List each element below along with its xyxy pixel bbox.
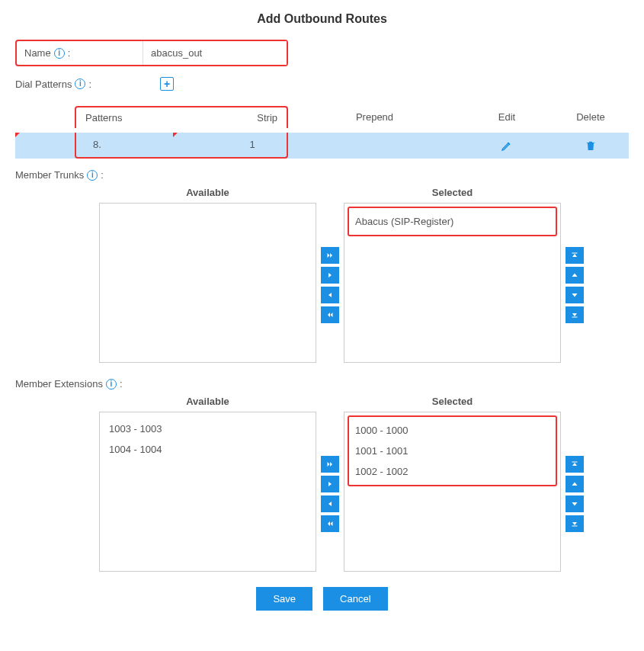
available-title: Available: [99, 187, 316, 198]
member-extensions-label-text: Member Extensions: [15, 378, 103, 390]
move-top-button[interactable]: [566, 456, 584, 473]
dial-patterns-label: Dial Patterns i :: [15, 79, 91, 90]
member-trunks-label: Member Trunks i :: [15, 169, 629, 181]
name-group: Name i :: [15, 40, 288, 66]
move-bottom-button[interactable]: [566, 515, 584, 532]
move-all-right-button[interactable]: [321, 456, 339, 473]
selected-title: Selected: [344, 187, 561, 198]
info-icon[interactable]: i: [106, 379, 117, 390]
list-item[interactable]: 1003 - 1003: [107, 418, 308, 439]
dial-patterns-label-text: Dial Patterns: [15, 79, 72, 90]
edit-icon[interactable]: [501, 133, 513, 159]
member-trunks-duallist: Available Selected Abacus (SIP-Register): [99, 187, 629, 363]
info-icon[interactable]: i: [87, 170, 98, 181]
list-item[interactable]: 1002 - 1002: [354, 461, 551, 482]
cancel-button[interactable]: Cancel: [323, 587, 387, 611]
add-pattern-button[interactable]: +: [160, 77, 174, 91]
move-all-left-button[interactable]: [321, 515, 339, 532]
pattern-cell: 8.: [76, 133, 218, 157]
list-item[interactable]: Abacus (SIP-Register): [354, 211, 551, 232]
extensions-order-controls: [566, 456, 584, 532]
name-row: Name i :: [15, 40, 629, 66]
col-delete: Delete: [553, 111, 629, 123]
move-left-button[interactable]: [321, 495, 339, 512]
trunks-available-box[interactable]: [99, 203, 316, 363]
member-extensions-duallist: Available 1003 - 10031004 - 1004 Selecte…: [99, 396, 629, 572]
member-trunks-label-text: Member Trunks: [15, 169, 84, 181]
extensions-move-controls: [321, 456, 339, 532]
col-patterns: Patterns: [76, 107, 218, 128]
name-label: Name i :: [17, 41, 143, 65]
patterns-header: Patterns Strip Prepend Edit Delete: [15, 101, 629, 133]
col-prepend: Prepend: [288, 111, 461, 123]
dial-patterns-row: Dial Patterns i : +: [15, 77, 629, 91]
list-item[interactable]: 1004 - 1004: [107, 439, 308, 460]
extensions-selected-box[interactable]: 1000 - 10001001 - 10011002 - 1002: [344, 412, 561, 572]
extensions-available-box[interactable]: 1003 - 10031004 - 1004: [99, 412, 316, 572]
move-all-left-button[interactable]: [321, 306, 339, 323]
move-up-button[interactable]: [566, 267, 584, 284]
trunks-order-controls: [566, 247, 584, 323]
table-row[interactable]: 8. 1: [15, 133, 629, 159]
strip-cell: 1: [218, 133, 287, 157]
button-row: Save Cancel: [15, 587, 629, 611]
move-top-button[interactable]: [566, 247, 584, 264]
prepend-cell: [288, 133, 461, 159]
member-extensions-label: Member Extensions i :: [15, 378, 629, 390]
info-icon[interactable]: i: [54, 48, 65, 59]
col-strip: Strip: [218, 107, 287, 128]
colon: :: [88, 79, 91, 90]
move-bottom-button[interactable]: [566, 306, 584, 323]
move-right-button[interactable]: [321, 267, 339, 284]
colon: :: [101, 169, 104, 181]
list-item[interactable]: 1000 - 1000: [354, 420, 551, 441]
save-button[interactable]: Save: [256, 587, 312, 611]
name-label-text: Name: [24, 47, 51, 59]
move-all-right-button[interactable]: [321, 247, 339, 264]
col-edit: Edit: [461, 111, 553, 123]
colon: :: [68, 47, 71, 59]
available-title: Available: [99, 396, 316, 407]
list-item[interactable]: 1001 - 1001: [354, 441, 551, 461]
move-down-button[interactable]: [566, 287, 584, 303]
name-input[interactable]: [143, 41, 287, 65]
move-down-button[interactable]: [566, 495, 584, 512]
patterns-table: Patterns Strip Prepend Edit Delete 8. 1: [15, 101, 629, 159]
move-up-button[interactable]: [566, 476, 584, 492]
trunks-selected-box[interactable]: Abacus (SIP-Register): [344, 203, 561, 363]
info-icon[interactable]: i: [75, 79, 85, 89]
selected-title: Selected: [344, 396, 561, 407]
delete-icon[interactable]: [585, 133, 597, 159]
trunks-move-controls: [321, 247, 339, 323]
colon: :: [120, 378, 123, 390]
move-right-button[interactable]: [321, 476, 339, 492]
move-left-button[interactable]: [321, 287, 339, 303]
page-title: Add Outbound Routes: [15, 12, 629, 26]
